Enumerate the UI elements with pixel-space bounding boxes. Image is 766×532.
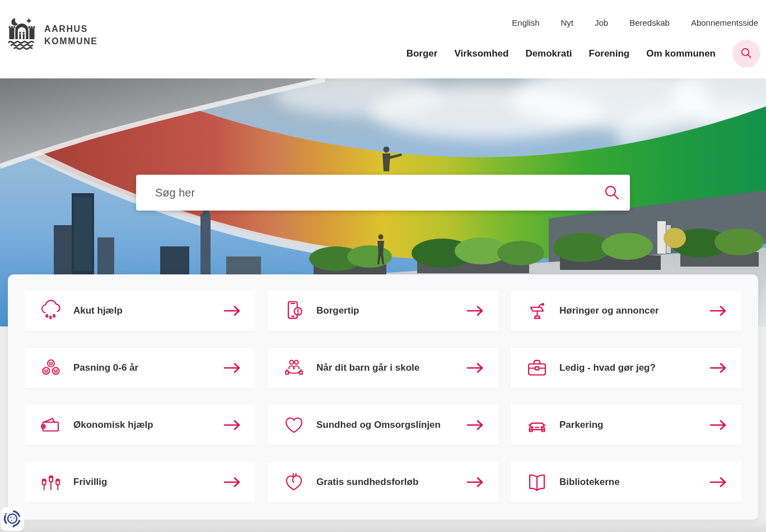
arrow-right-icon xyxy=(709,419,728,431)
card-oekonomisk-hjaelp[interactable]: Økonomisk hjælp xyxy=(25,405,255,445)
cloud-rain-icon xyxy=(38,298,64,324)
arrow-right-icon xyxy=(466,305,485,316)
page-header: AARHUS KOMMUNE English Nyt Job Beredskab… xyxy=(0,0,766,78)
arrow-right-icon xyxy=(223,477,242,488)
nav-item-demokrati[interactable]: Demokrati xyxy=(525,48,572,59)
hero-search-input[interactable] xyxy=(136,175,594,211)
arrow-right-icon xyxy=(223,305,242,316)
arrow-right-icon xyxy=(709,362,728,374)
card-label: Ledig - hvad gør jeg? xyxy=(559,362,709,374)
card-label: Økonomisk hjælp xyxy=(73,419,223,431)
wallet-icon xyxy=(38,412,64,438)
utility-link-job[interactable]: Job xyxy=(595,18,608,27)
card-akut-hjaelp[interactable]: Akut hjælp xyxy=(25,291,255,331)
logo-wordmark: AARHUS KOMMUNE xyxy=(44,23,98,47)
card-label: Høringer og annoncer xyxy=(559,305,709,316)
card-label: Gratis sundhedsforløb xyxy=(316,477,466,488)
heart-icon xyxy=(281,412,307,438)
card-borgertip[interactable]: Borgertip xyxy=(268,291,498,331)
arrow-right-icon xyxy=(709,305,728,316)
arrow-right-icon xyxy=(223,419,242,431)
lectern-icon xyxy=(524,298,550,324)
phone-alert-icon xyxy=(281,298,307,324)
card-frivillig[interactable]: Frivillig xyxy=(25,462,255,502)
card-parkering[interactable]: Parkering xyxy=(511,405,741,445)
utility-link-nyt[interactable]: Nyt xyxy=(561,18,574,27)
card-label: Borgertip xyxy=(316,305,466,316)
briefcase-icon xyxy=(524,355,550,381)
children-icon xyxy=(38,355,64,381)
card-hoeringer-og-annoncer[interactable]: Høringer og annoncer xyxy=(511,291,741,331)
card-label: Frivillig xyxy=(73,477,223,488)
utility-nav: English Nyt Job Beredskab Abonnementssid… xyxy=(512,18,758,27)
card-gratis-sundhedsforloeb[interactable]: Gratis sundhedsforløb xyxy=(268,462,498,502)
arrow-right-icon xyxy=(709,477,728,488)
card-label: Pasning 0-6 år xyxy=(73,362,223,374)
car-icon xyxy=(524,412,550,438)
nav-item-om-kommunen[interactable]: Om kommunen xyxy=(646,48,716,59)
quick-links-panel: Akut hjælp Borgertip xyxy=(8,274,758,520)
logo-line1: AARHUS xyxy=(44,24,88,34)
nav-item-virksomhed[interactable]: Virksomhed xyxy=(454,48,508,59)
open-book-icon xyxy=(524,469,550,495)
hands-children-icon xyxy=(281,355,307,381)
arrow-right-icon xyxy=(223,362,242,374)
main-nav: Borger Virksomhed Demokrati Forening Om … xyxy=(407,40,760,68)
card-ledig-hvad-goer-jeg[interactable]: Ledig - hvad gør jeg? xyxy=(511,348,741,388)
utility-link-beredskab[interactable]: Beredskab xyxy=(629,18,670,27)
search-icon xyxy=(739,46,754,62)
card-naar-dit-barn-gaar-i-skole[interactable]: Når dit barn går i skole xyxy=(268,348,498,388)
hero-search-submit-button[interactable] xyxy=(594,175,630,211)
arrow-right-icon xyxy=(466,362,485,374)
card-label: Akut hjælp xyxy=(73,305,223,316)
footer-top-strip xyxy=(0,521,766,532)
utility-link-abonnementsside[interactable]: Abonnementsside xyxy=(691,18,758,27)
cookie-consent-button[interactable] xyxy=(1,507,24,531)
nav-item-borger[interactable]: Borger xyxy=(407,48,438,59)
utility-link-english[interactable]: English xyxy=(512,18,539,27)
aarhus-kommune-logo[interactable]: AARHUS KOMMUNE xyxy=(7,16,98,55)
raised-hands-icon xyxy=(38,469,64,495)
header-search-button[interactable] xyxy=(732,40,760,68)
card-label: Når dit barn går i skole xyxy=(316,362,466,374)
card-label: Bibliotekerne xyxy=(559,477,709,488)
search-icon xyxy=(602,183,622,202)
card-sundhed-og-omsorgslinjen[interactable]: Sundhed og Omsorgslinjen xyxy=(268,405,498,445)
card-label: Sundhed og Omsorgslinjen xyxy=(316,419,466,431)
logo-line2: KOMMUNE xyxy=(44,36,98,46)
anatomical-heart-icon xyxy=(281,469,307,495)
cookie-icon xyxy=(2,508,23,531)
city-seal-icon xyxy=(7,16,37,55)
card-bibliotekerne[interactable]: Bibliotekerne xyxy=(511,462,741,502)
arrow-right-icon xyxy=(466,477,485,488)
card-label: Parkering xyxy=(559,419,709,431)
card-grid: Akut hjælp Borgertip xyxy=(8,274,758,520)
arrow-right-icon xyxy=(466,419,485,431)
nav-item-forening[interactable]: Forening xyxy=(589,48,630,59)
card-pasning-0-6-aar[interactable]: Pasning 0-6 år xyxy=(25,348,255,388)
hero-search-bar xyxy=(136,175,630,211)
